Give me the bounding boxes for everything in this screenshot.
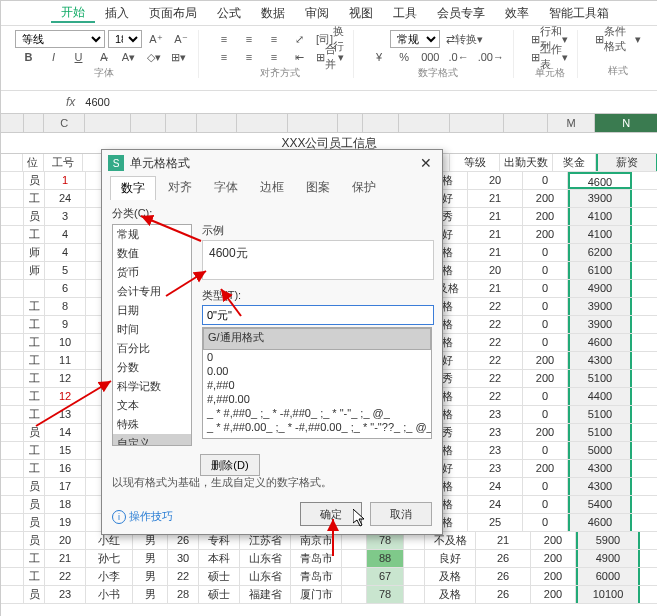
menu-efficiency[interactable]: 效率 [495,5,539,22]
colh-k[interactable] [363,114,400,132]
type-list-item[interactable]: 0 [203,350,431,364]
font-size-select[interactable]: 18 [108,30,142,48]
app-window: 开始 插入 页面布局 公式 数据 审阅 视图 工具 会员专享 效率 智能工具箱 … [0,0,657,616]
orientation-icon[interactable]: ⤢ [288,30,310,48]
align-left-icon[interactable]: ≡ [213,48,235,66]
colh-g[interactable] [197,114,238,132]
underline-icon[interactable]: U [68,48,90,66]
tab-pattern[interactable]: 图案 [296,176,340,200]
colh-rowcorner[interactable] [1,114,24,132]
group-style-label: 样式 [608,64,628,78]
tab-align[interactable]: 对齐 [158,176,202,200]
cond-format-button[interactable]: ⊞ 条件格式▾ [592,30,644,48]
decrease-font-icon[interactable]: A⁻ [170,30,192,48]
table-row[interactable]: 工 22小李 男 22 硕士 山东省 青岛市 67 及格 26 200 6000 [1,568,657,586]
fill-color-icon[interactable]: ◇▾ [143,48,165,66]
type-list-item[interactable]: _ * #,##0.00_ ;_ * -#,##0.00_ ;_ * "-"??… [203,420,431,434]
border-icon[interactable]: ⊞▾ [168,48,190,66]
type-input[interactable] [202,305,434,325]
category-item[interactable]: 时间 [113,320,191,339]
colh-l[interactable] [399,114,449,132]
tab-border[interactable]: 边框 [250,176,294,200]
type-list-item[interactable]: G/通用格式 [203,328,431,350]
merge-button[interactable]: ⊞ 合并▾ [313,48,347,66]
worksheet-button[interactable]: ⊞ 工作表▾ [528,48,571,66]
category-item[interactable]: 分数 [113,358,191,377]
colh-n[interactable]: N [595,114,657,132]
menu-formula[interactable]: 公式 [207,5,251,22]
align-bottom-icon[interactable]: ≡ [263,30,285,48]
tab-protect[interactable]: 保护 [342,176,386,200]
align-middle-icon[interactable]: ≡ [238,30,260,48]
table-row[interactable]: 工 21孙七 男 30 本科 山东省 青岛市 88 良好 26 200 4900 [1,550,657,568]
colh-m0[interactable] [504,114,548,132]
menu-insert[interactable]: 插入 [95,5,139,22]
category-item[interactable]: 自定义 [113,434,191,446]
tab-font[interactable]: 字体 [204,176,248,200]
type-list[interactable]: G/通用格式00.00#,##0#,##0.00_ * #,##0_ ;_ * … [202,327,432,439]
menu-data[interactable]: 数据 [251,5,295,22]
menu-toolbox[interactable]: 智能工具箱 [539,5,619,22]
colh-i[interactable] [288,114,338,132]
colh-d[interactable] [85,114,131,132]
percent-icon[interactable]: % [393,48,415,66]
font-family-select[interactable]: 等线 [15,30,105,48]
colh-m[interactable]: M [548,114,594,132]
menu-review[interactable]: 审阅 [295,5,339,22]
category-item[interactable]: 百分比 [113,339,191,358]
align-center-icon[interactable]: ≡ [238,48,260,66]
category-item[interactable]: 货币 [113,263,191,282]
decrease-decimal-icon[interactable]: .0← [445,48,471,66]
menu-layout[interactable]: 页面布局 [139,5,207,22]
category-item[interactable]: 日期 [113,301,191,320]
menu-view[interactable]: 视图 [339,5,383,22]
comma-icon[interactable]: 000 [418,48,442,66]
increase-font-icon[interactable]: A⁺ [145,30,167,48]
category-item[interactable]: 数值 [113,244,191,263]
delete-button[interactable]: 删除(D) [200,454,260,476]
tab-number[interactable]: 数字 [110,176,156,200]
colh-e[interactable] [131,114,166,132]
align-right-icon[interactable]: ≡ [263,48,285,66]
colh-h[interactable] [237,114,287,132]
colh-b[interactable] [24,114,45,132]
category-item[interactable]: 科学记数 [113,377,191,396]
increase-decimal-icon[interactable]: .00→ [475,48,507,66]
dialog-title: 单元格格式 [130,155,190,172]
colh-j[interactable] [338,114,363,132]
menu-member[interactable]: 会员专享 [427,5,495,22]
menu-start[interactable]: 开始 [51,4,95,23]
strikethrough-icon[interactable]: A̶ [93,48,115,66]
tip-link[interactable]: i操作技巧 [112,509,173,524]
italic-icon[interactable]: I [43,48,65,66]
category-item[interactable]: 文本 [113,396,191,415]
type-list-item[interactable]: #,##0 [203,378,431,392]
colh-c[interactable]: C [44,114,85,132]
category-item[interactable]: 特殊 [113,415,191,434]
close-icon[interactable]: ✕ [416,153,436,173]
category-item[interactable]: 常规 [113,225,191,244]
type-list-item[interactable]: #,##0.00 [203,392,431,406]
category-list[interactable]: 常规数值货币会计专用日期时间百分比分数科学记数文本特殊自定义 [112,224,192,446]
formula-bar: fx 4600 [1,91,657,114]
font-color-icon[interactable]: A▾ [118,48,140,66]
colh-f[interactable] [166,114,197,132]
currency-icon[interactable]: ¥ [368,48,390,66]
ok-button[interactable]: 确定 [300,502,362,526]
menu-tools[interactable]: 工具 [383,5,427,22]
bold-icon[interactable]: B [18,48,40,66]
indent-icon[interactable]: ⇤ [288,48,310,66]
type-list-item[interactable]: _ * #,##0_ ;_ * -#,##0_ ;_ * "-"_ ;_ @_ [203,406,431,420]
number-format-select[interactable]: 常规 [390,30,440,48]
align-top-icon[interactable]: ≡ [213,30,235,48]
type-label: 类型(T): [202,288,432,303]
formula-value[interactable]: 4600 [81,96,113,108]
convert-button[interactable]: ⇄ 转换▾ [443,30,486,48]
table-row[interactable]: 员 23小书 男 28 硕士 福建省 厦门市 78 及格 26 200 1010… [1,586,657,604]
colh-l2[interactable] [450,114,504,132]
fx-icon[interactable]: fx [60,95,81,109]
category-item[interactable]: 会计专用 [113,282,191,301]
dialog-titlebar[interactable]: S 单元格格式 ✕ [102,150,442,176]
type-list-item[interactable]: 0.00 [203,364,431,378]
cancel-button[interactable]: 取消 [370,502,432,526]
